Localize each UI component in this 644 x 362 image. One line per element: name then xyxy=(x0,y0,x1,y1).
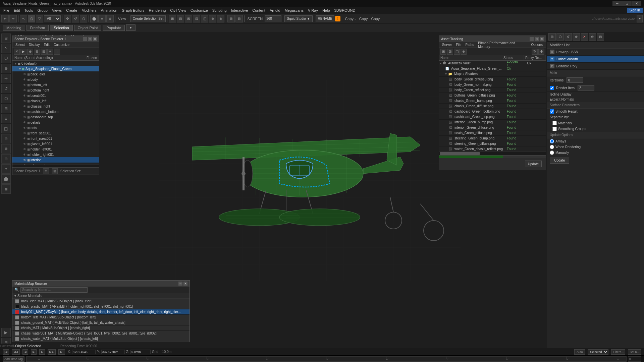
menu-animation[interactable]: Animation xyxy=(99,8,119,13)
transport-next-frame-btn[interactable]: ▶ xyxy=(39,349,45,355)
scene-item-bseats001[interactable]: 👁◼ bseats001 xyxy=(12,93,99,98)
at-item-chasis-diffuse[interactable]: 🖼 chasis_Green_diffuse.png Found xyxy=(439,104,546,109)
scene-item-dots[interactable]: 👁◼ dots xyxy=(12,125,99,130)
mat-close-btn[interactable]: ✕ xyxy=(183,282,187,286)
mat-item-5[interactable]: chasis_MAT { Multi/Sub-Object } [chasis_… xyxy=(12,325,190,331)
scene-item-chassis-right[interactable]: 👁◼ chassis_right xyxy=(12,104,99,109)
at-item-dashboard-bottom[interactable]: 🖼 dashboard_Green_bottom.png Found xyxy=(439,109,546,114)
scene-item-bottom-right[interactable]: 👁◼ bottom_right xyxy=(12,87,99,93)
left-icon-13[interactable]: ✦ xyxy=(1,164,11,174)
x-field[interactable] xyxy=(72,350,96,354)
transport-start-btn[interactable]: |◀ xyxy=(3,349,9,355)
at-item-dashboard-top[interactable]: 🖼 dashboard_Green_top.png Found xyxy=(439,114,546,120)
rp-icon-6[interactable]: ⊗ xyxy=(589,33,596,41)
scene-item-holder-left001[interactable]: 👁◼ holder_left001 xyxy=(12,146,99,152)
transport-prev-btn[interactable]: ◀◀ xyxy=(12,349,20,355)
menu-3dground[interactable]: 3DGROUND xyxy=(332,8,358,13)
modifier-unwrap-uvw[interactable]: U Unwrap UVW xyxy=(547,49,644,56)
render-field[interactable] xyxy=(265,15,281,22)
at-item-interior-diffuse[interactable]: 🖼 interior_Green_diffuse.png Found xyxy=(439,125,546,130)
rp-icon-5[interactable]: ✕ xyxy=(581,33,588,41)
menu-edit[interactable]: Edit xyxy=(12,8,22,13)
frame-field[interactable] xyxy=(628,356,641,362)
menu-megascans[interactable]: Megascans xyxy=(283,8,306,13)
rotate-btn[interactable]: ↺ xyxy=(72,15,79,22)
mat-item-1[interactable]: black_plastic_MAT { VRayMtl } [holder_ri… xyxy=(12,304,190,309)
scene-item-glases-left001[interactable]: 👁◼ glases_left001 xyxy=(12,141,99,146)
at-menu-file[interactable]: File xyxy=(454,43,463,47)
menu-file[interactable]: File xyxy=(1,8,11,13)
at-close-btn[interactable]: ✕ xyxy=(540,37,544,41)
scene-item-front-rseat001[interactable]: 👁◼ front_rseat001 xyxy=(12,136,99,141)
scene-item-dashboard-top[interactable]: 👁◼ dashboard_top xyxy=(12,114,99,120)
menu-rendering[interactable]: Rendering xyxy=(147,8,168,13)
tool-e[interactable]: ◫ xyxy=(201,15,208,22)
modifier-editable-poly[interactable]: E Editable Poly xyxy=(547,63,644,70)
se-menu-select[interactable]: Select xyxy=(14,43,26,47)
undo-btn[interactable]: ↩ xyxy=(1,15,9,22)
at-item-body-normal[interactable]: 🖼 body_Green_normal.png Found xyxy=(439,82,546,87)
mat-item-4[interactable]: chasis_ground_MAT { Multi/Sub-Object } [… xyxy=(12,320,190,325)
left-icon-9[interactable]: ◫ xyxy=(1,124,11,133)
left-icon-4[interactable]: ✛ xyxy=(1,74,11,83)
left-icon-10[interactable]: ⊕ xyxy=(1,134,11,143)
menu-scripting[interactable]: Scripting xyxy=(210,8,229,13)
mirror-btn[interactable]: ⬤ xyxy=(90,15,98,22)
menu-tools[interactable]: Tools xyxy=(22,8,35,13)
left-icon-11[interactable]: ⊗ xyxy=(1,144,11,154)
menu-content[interactable]: Content xyxy=(250,8,267,13)
menu-interactive[interactable]: Interactive xyxy=(229,8,250,13)
when-rendering-radio[interactable] xyxy=(550,145,554,149)
se-tb-7[interactable]: ↑ xyxy=(54,49,60,55)
left-icon-8[interactable]: ≡ xyxy=(1,114,11,123)
menu-group[interactable]: Group xyxy=(35,8,50,13)
select-btn[interactable]: ↖ xyxy=(20,15,27,22)
menu-views[interactable]: Views xyxy=(50,8,64,13)
at-item-maps[interactable]: ▾ 📁 Maps / Shaders xyxy=(439,71,546,77)
menu-arnold[interactable]: Arnold xyxy=(268,8,282,13)
tool-f[interactable]: ⊕ xyxy=(209,15,216,22)
menu-create[interactable]: Create xyxy=(64,8,79,13)
filter-btn[interactable]: Filters... xyxy=(611,349,625,355)
transport-end-btn[interactable]: ▶| xyxy=(58,349,65,355)
se-tb-1[interactable]: ✕ xyxy=(14,49,20,55)
mat-item-0[interactable]: back_eler_MAT { Multi/Sub-Object } [back… xyxy=(12,299,190,304)
at-menu-bitmap[interactable]: Bitmap Performance and Memory xyxy=(476,41,529,49)
at-minimize-btn[interactable]: ─ xyxy=(530,37,534,41)
y-field[interactable] xyxy=(101,350,125,354)
at-update-btn[interactable]: Update xyxy=(525,161,542,167)
scene-item-details[interactable]: 👁◼ details xyxy=(12,120,99,125)
studio-dropdown-btn[interactable]: Squid Studio ▼ xyxy=(284,15,312,22)
se-tb-5[interactable]: ⊟ xyxy=(41,49,47,55)
at-item-buttons-diffuse[interactable]: 🖼 buttons_Green_diffuse.png Found xyxy=(439,93,546,98)
z-field[interactable] xyxy=(130,350,151,354)
scene-list[interactable]: ▸ ◼ 0 (default) ▾ ◼ Aqua_Seaplane_Floats… xyxy=(12,61,99,165)
at-hscroll[interactable] xyxy=(439,151,546,155)
redo-btn[interactable]: ↪ xyxy=(9,15,17,22)
at-item-interior-bump[interactable]: 🖼 interior_Green_bump.png Found xyxy=(439,120,546,125)
left-icon-3[interactable]: ⊕ xyxy=(1,64,11,73)
select-region-btn[interactable]: ⬡ xyxy=(28,15,35,22)
at-menu-paths[interactable]: Paths xyxy=(464,43,476,47)
scale-btn[interactable]: ⬡ xyxy=(80,15,87,22)
transport-play-btn[interactable]: ▶ xyxy=(31,349,37,355)
path-btn[interactable]: ▾ xyxy=(637,15,643,22)
left-icon-2[interactable]: ⬡ xyxy=(1,54,11,63)
at-item-chasis-bump[interactable]: 🖼 chasis_Green_bump.png Found xyxy=(439,98,546,104)
se-tb-3[interactable]: ⊕ xyxy=(27,49,33,55)
rp-icon-1[interactable]: ⊞ xyxy=(548,33,556,41)
at-tb-3[interactable]: ◫ xyxy=(454,49,460,55)
menu-help[interactable]: Help xyxy=(320,8,332,13)
se-tb-2[interactable]: ▶ xyxy=(20,49,26,55)
menu-customize[interactable]: Customize xyxy=(189,8,210,13)
mat-minimize-btn[interactable]: ─ xyxy=(178,282,182,286)
rp-icon-7[interactable]: ⊠ xyxy=(597,33,604,41)
scene-item-seaplane[interactable]: ▾ ◼ Aqua_Seaplane_Floats_Green xyxy=(12,66,99,71)
selected-dropdown[interactable]: Selected xyxy=(588,349,608,355)
rp-icon-4[interactable]: ⊕ xyxy=(573,33,580,41)
at-refresh-btn[interactable]: ↻ xyxy=(532,49,538,55)
tool-g[interactable]: ⊗ xyxy=(217,15,224,22)
scene-item-bottom-left[interactable]: 👁◼ bottom_left xyxy=(12,82,99,87)
at-item-seats-diffuse[interactable]: 🖼 seats_Green_diffuse.png Found xyxy=(439,130,546,136)
scene-item-holder-right001[interactable]: 👁◼ holder_right001 xyxy=(12,152,99,157)
